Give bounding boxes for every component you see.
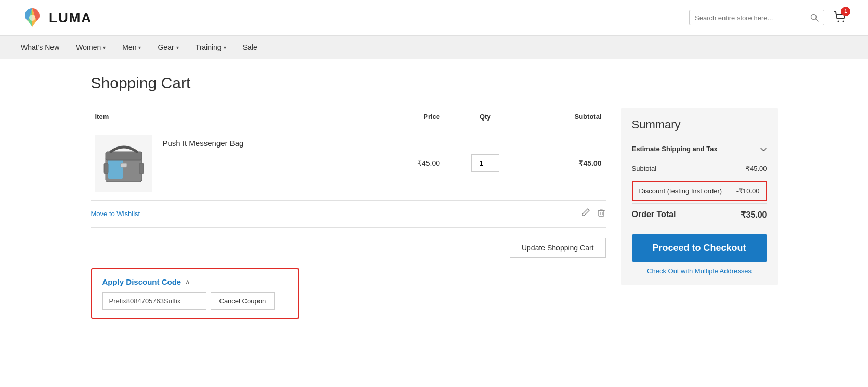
nav-label: Gear bbox=[158, 43, 174, 51]
subtotal-cell: ₹45.00 bbox=[526, 126, 606, 201]
bag-image bbox=[98, 137, 150, 189]
edit-icon[interactable] bbox=[581, 208, 590, 220]
quantity-input[interactable] bbox=[471, 154, 499, 172]
nav-label: Women bbox=[76, 43, 101, 51]
svg-rect-8 bbox=[121, 163, 127, 167]
subtotal-value: ₹45.00 bbox=[746, 165, 767, 172]
cart-table: Item Price Qty Subtotal bbox=[91, 108, 606, 201]
main-content: Shopping Cart Item Price Qty Subtotal bbox=[70, 59, 798, 335]
navigation: What's New Women ▾ Men ▾ Gear ▾ Training… bbox=[0, 36, 868, 59]
discount-section: Apply Discount Code ∧ Cancel Coupon bbox=[91, 268, 299, 319]
nav-item-men[interactable]: Men ▾ bbox=[122, 43, 141, 51]
svg-rect-6 bbox=[108, 159, 123, 179]
actions-row: Move to Wishlist bbox=[91, 201, 606, 228]
discount-header[interactable]: Apply Discount Code ∧ bbox=[102, 277, 288, 286]
cart-layout: Item Price Qty Subtotal bbox=[91, 108, 778, 319]
nav-label: What's New bbox=[21, 43, 59, 51]
subtotal-label: Subtotal bbox=[632, 165, 657, 172]
svg-rect-10 bbox=[139, 163, 144, 174]
header-right: 1 bbox=[689, 10, 847, 26]
nav-label: Sale bbox=[243, 43, 257, 51]
svg-point-3 bbox=[838, 20, 839, 22]
page-title: Shopping Cart bbox=[91, 74, 778, 92]
nav-item-whats-new[interactable]: What's New bbox=[21, 43, 59, 51]
multi-address-link[interactable]: Check Out with Multiple Addresses bbox=[632, 267, 767, 275]
cancel-coupon-button[interactable]: Cancel Coupon bbox=[211, 292, 275, 310]
discount-label: Apply Discount Code bbox=[102, 277, 182, 286]
nav-item-training[interactable]: Training ▾ bbox=[196, 43, 226, 51]
chevron-down-icon: ▾ bbox=[224, 45, 226, 50]
svg-point-4 bbox=[843, 20, 844, 22]
chevron-down-icon: ▾ bbox=[176, 45, 179, 50]
chevron-down-icon bbox=[760, 145, 767, 153]
svg-rect-9 bbox=[104, 163, 108, 174]
chevron-up-icon: ∧ bbox=[185, 278, 190, 286]
shipping-estimate-row[interactable]: Estimate Shipping and Tax bbox=[632, 140, 767, 158]
cart-sidebar: Summary Estimate Shipping and Tax Subtot… bbox=[621, 108, 778, 285]
discount-summary-label: Discount (testing first order) bbox=[639, 187, 722, 195]
logo-text: LUMA bbox=[49, 10, 92, 26]
proceed-to-checkout-button[interactable]: Proceed to Checkout bbox=[632, 234, 767, 262]
cart-items-section: Item Price Qty Subtotal bbox=[91, 108, 606, 319]
col-header-subtotal: Subtotal bbox=[526, 108, 606, 126]
search-input[interactable] bbox=[695, 14, 806, 22]
nav-item-gear[interactable]: Gear ▾ bbox=[158, 43, 178, 51]
nav-label: Training bbox=[196, 43, 222, 51]
order-total-value: ₹35.00 bbox=[741, 210, 767, 220]
nav-item-women[interactable]: Women ▾ bbox=[76, 43, 106, 51]
summary-title: Summary bbox=[632, 118, 767, 131]
order-total-label: Order Total bbox=[632, 210, 676, 220]
product-cell: Push It Messenger Bag bbox=[91, 126, 374, 201]
table-row: Push It Messenger Bag ₹45.00 ₹45.00 bbox=[91, 126, 606, 201]
chevron-down-icon: ▾ bbox=[138, 45, 141, 50]
subtotal-row: Subtotal ₹45.00 bbox=[632, 158, 767, 179]
product-name: Push It Messenger Bag bbox=[163, 135, 244, 148]
col-header-item: Item bbox=[91, 108, 374, 126]
order-total-row: Order Total ₹35.00 bbox=[632, 203, 767, 226]
summary-box: Summary Estimate Shipping and Tax Subtot… bbox=[621, 108, 778, 285]
discount-code-input[interactable] bbox=[102, 292, 206, 310]
update-cart-button[interactable]: Update Shopping Cart bbox=[510, 238, 606, 258]
nav-item-sale[interactable]: Sale bbox=[243, 43, 257, 51]
svg-line-2 bbox=[816, 19, 819, 22]
product-image bbox=[95, 135, 152, 192]
svg-rect-11 bbox=[599, 210, 604, 216]
chevron-down-icon: ▾ bbox=[103, 45, 106, 50]
move-to-wishlist-link[interactable]: Move to Wishlist bbox=[91, 210, 140, 218]
price-cell: ₹45.00 bbox=[374, 126, 444, 201]
col-header-qty: Qty bbox=[444, 108, 526, 126]
update-row: Update Shopping Cart bbox=[91, 228, 606, 268]
discount-input-row: Cancel Coupon bbox=[102, 292, 288, 310]
svg-point-0 bbox=[29, 15, 35, 21]
nav-label: Men bbox=[122, 43, 136, 51]
item-actions bbox=[581, 208, 606, 220]
delete-icon[interactable] bbox=[597, 208, 606, 220]
cart-area[interactable]: 1 bbox=[833, 10, 847, 26]
col-header-price: Price bbox=[374, 108, 444, 126]
search-box[interactable] bbox=[689, 10, 824, 25]
search-icon bbox=[810, 14, 819, 22]
qty-cell bbox=[444, 126, 526, 201]
discount-summary-value: -₹10.00 bbox=[736, 187, 760, 195]
cart-badge: 1 bbox=[841, 7, 850, 16]
header: LUMA 1 bbox=[0, 0, 868, 36]
logo-area: LUMA bbox=[21, 6, 92, 29]
discount-summary-row: Discount (testing first order) -₹10.00 bbox=[632, 181, 767, 201]
shipping-label: Estimate Shipping and Tax bbox=[632, 145, 718, 153]
luma-logo-icon bbox=[21, 6, 44, 29]
